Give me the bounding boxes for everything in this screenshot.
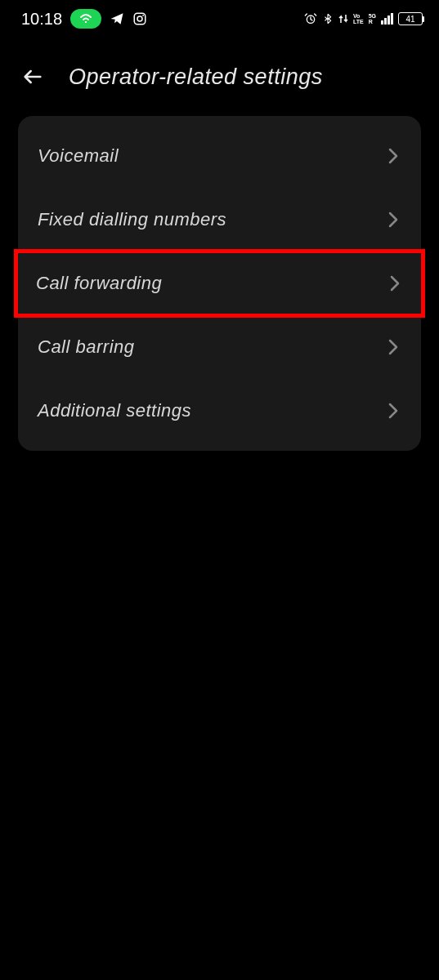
instagram-icon xyxy=(132,11,147,26)
volte-indicator: Vo LTE xyxy=(353,13,364,24)
status-bar: 10:18 Vo LTE 5G R xyxy=(0,0,439,38)
settings-label: Additional settings xyxy=(38,400,191,421)
settings-row-additional-settings[interactable]: Additional settings xyxy=(18,379,421,443)
settings-panel: Voicemail Fixed dialling numbers Call fo… xyxy=(18,116,421,451)
alarm-icon xyxy=(304,12,317,25)
telegram-icon xyxy=(110,11,124,26)
bluetooth-icon xyxy=(322,12,334,25)
5g-indicator: 5G R xyxy=(369,13,376,24)
wifi-icon xyxy=(79,14,92,24)
svg-point-0 xyxy=(85,21,87,23)
battery-level: 41 xyxy=(405,15,414,24)
settings-row-voicemail[interactable]: Voicemail xyxy=(18,124,421,188)
svg-point-3 xyxy=(142,15,144,16)
status-right: Vo LTE 5G R 41 xyxy=(304,12,423,25)
settings-row-call-forwarding[interactable]: Call forwarding xyxy=(16,252,423,315)
page-header: Operator-related settings xyxy=(0,38,439,116)
wifi-indicator xyxy=(70,9,101,29)
settings-label: Voicemail xyxy=(38,145,119,167)
settings-row-call-barring[interactable]: Call barring xyxy=(18,315,421,379)
status-left: 10:18 xyxy=(21,9,147,29)
battery-indicator: 41 xyxy=(398,12,423,25)
chevron-right-icon xyxy=(388,148,398,164)
chevron-right-icon xyxy=(388,339,398,355)
page-title: Operator-related settings xyxy=(69,65,323,90)
svg-point-2 xyxy=(137,16,142,21)
chevron-right-icon xyxy=(388,403,398,419)
arrow-left-icon xyxy=(21,65,44,88)
settings-label: Call barring xyxy=(38,336,135,358)
chevron-right-icon xyxy=(390,275,400,292)
back-button[interactable] xyxy=(18,62,47,91)
status-time: 10:18 xyxy=(21,10,62,29)
settings-row-fixed-dialling[interactable]: Fixed dialling numbers xyxy=(18,188,421,252)
signal-icon xyxy=(381,13,393,24)
chevron-right-icon xyxy=(388,212,398,228)
settings-label: Call forwarding xyxy=(36,273,162,294)
mobile-data-icon xyxy=(338,13,348,24)
settings-label: Fixed dialling numbers xyxy=(38,209,226,230)
